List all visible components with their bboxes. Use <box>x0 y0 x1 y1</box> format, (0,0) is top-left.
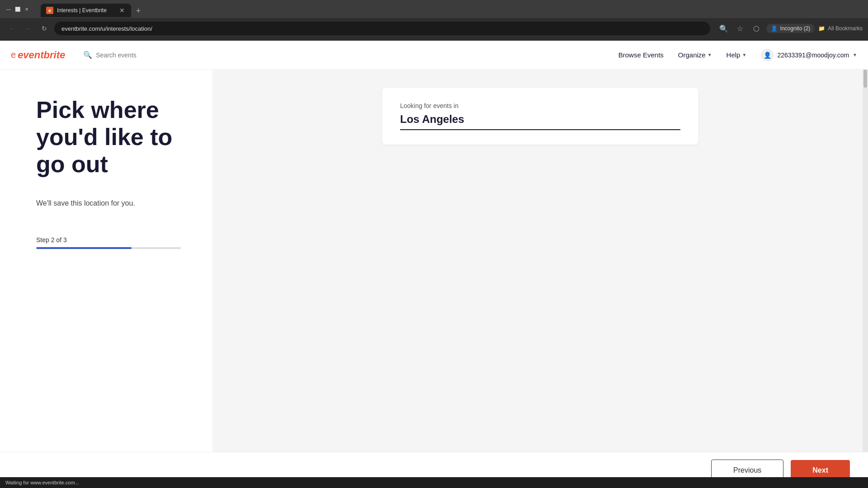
refresh-button[interactable]: ↻ <box>38 22 51 35</box>
tab-title: Interests | Eventbrite <box>57 7 115 14</box>
user-avatar-icon: 👤 <box>761 49 774 61</box>
subtitle-text: We'll save this location for you. <box>36 199 194 207</box>
user-chevron-icon: ▼ <box>853 52 857 57</box>
nav-links: Browse Events Organize ▼ Help ▼ 👤 226333… <box>618 49 857 61</box>
main-heading: Pick where you'd like to go out <box>36 97 194 178</box>
navbar: e eventbrite 🔍 Browse Events Organize ▼ … <box>0 41 868 70</box>
location-card: Looking for events in <box>382 88 698 145</box>
heading-line2: you'd like to <box>36 124 172 150</box>
status-text: Waiting for www.eventbrite.com... <box>5 480 79 485</box>
user-menu[interactable]: 👤 22633391@moodjoy.com ▼ <box>761 49 857 61</box>
organize-label: Organize <box>678 51 706 59</box>
minimize-button[interactable]: — <box>5 6 12 12</box>
search-icon: 🔍 <box>83 51 92 59</box>
address-bar-row: ← → ↻ 🔍 ☆ ⬡ 👤 Incognito (2) 📁 All Bookma… <box>0 18 868 39</box>
maximize-button[interactable]: ⬜ <box>14 6 21 12</box>
eye-button[interactable]: 🔍 <box>717 22 730 35</box>
user-email: 22633391@moodjoy.com <box>777 52 849 59</box>
incognito-label: Incognito (2) <box>780 25 811 32</box>
help-label: Help <box>726 51 741 59</box>
location-label: Looking for events in <box>400 102 680 109</box>
step-label: Step 2 of 3 <box>36 236 194 244</box>
tab-favicon-letter: e <box>48 8 51 13</box>
logo-text: eventbrite <box>18 49 65 61</box>
left-panel: Pick where you'd like to go out We'll sa… <box>0 70 212 488</box>
page: e eventbrite 🔍 Browse Events Organize ▼ … <box>0 41 868 488</box>
active-tab[interactable]: e Interests | Eventbrite ✕ <box>41 4 131 17</box>
main-content: Pick where you'd like to go out We'll sa… <box>0 70 868 488</box>
incognito-icon: 👤 <box>771 25 778 32</box>
progress-bar <box>36 247 181 249</box>
heading-line1: Pick where <box>36 97 159 123</box>
logo-icon: e <box>11 50 16 60</box>
back-button[interactable]: ← <box>5 22 18 35</box>
tab-favicon: e <box>46 7 53 14</box>
help-link[interactable]: Help ▼ <box>726 51 747 59</box>
window-close-button[interactable]: ✕ <box>24 6 30 12</box>
address-bar[interactable] <box>54 22 710 35</box>
bookmarks-area: 📁 All Bookmarks <box>818 25 863 32</box>
scrollbar-thumb[interactable] <box>863 70 867 88</box>
browser-chrome: — ⬜ ✕ e Interests | Eventbrite ✕ + ← → ↻… <box>0 0 868 41</box>
bookmark-star-button[interactable]: ☆ <box>734 22 746 35</box>
location-input[interactable] <box>400 113 680 130</box>
browser-titlebar: — ⬜ ✕ e Interests | Eventbrite ✕ + <box>0 0 868 18</box>
help-chevron-icon: ▼ <box>742 52 746 57</box>
browse-events-link[interactable]: Browse Events <box>618 51 664 59</box>
right-panel: Looking for events in <box>212 70 868 488</box>
organize-chevron-icon: ▼ <box>708 52 712 57</box>
new-tab-button[interactable]: + <box>132 5 145 17</box>
tab-close-button[interactable]: ✕ <box>118 7 126 14</box>
logo[interactable]: e eventbrite <box>11 49 65 61</box>
search-container: 🔍 <box>83 51 228 59</box>
search-input[interactable] <box>96 52 228 59</box>
incognito-badge: 👤 Incognito (2) <box>766 24 815 33</box>
window-controls: — ⬜ ✕ <box>5 6 30 12</box>
cast-button[interactable]: ⬡ <box>750 22 763 35</box>
progress-bar-fill <box>36 247 132 249</box>
bookmarks-icon: 📁 <box>818 25 825 32</box>
tab-bar: e Interests | Eventbrite ✕ + <box>37 1 148 17</box>
forward-button[interactable]: → <box>22 22 34 35</box>
heading-line3: go out <box>36 151 108 177</box>
status-bar: Waiting for www.eventbrite.com... <box>0 477 868 488</box>
bookmarks-label: All Bookmarks <box>828 25 863 32</box>
browser-actions: 🔍 ☆ ⬡ 👤 Incognito (2) 📁 All Bookmarks <box>717 22 863 35</box>
scrollbar[interactable] <box>863 70 868 488</box>
organize-link[interactable]: Organize ▼ <box>678 51 712 59</box>
